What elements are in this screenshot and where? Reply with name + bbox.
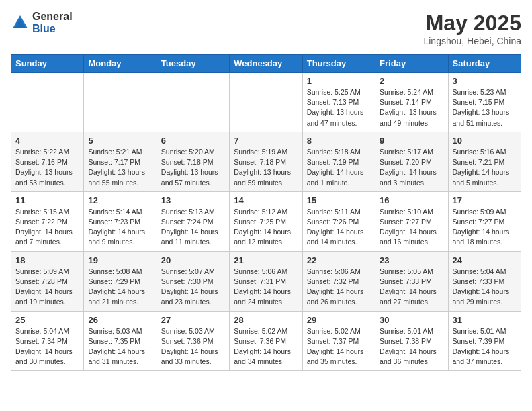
day-info: Sunrise: 5:20 AM Sunset: 7:18 PM Dayligh… (161, 147, 225, 188)
calendar-cell: 9Sunrise: 5:17 AM Sunset: 7:20 PM Daylig… (375, 132, 448, 191)
calendar-cell: 20Sunrise: 5:07 AM Sunset: 7:30 PM Dayli… (157, 251, 229, 311)
day-number: 13 (161, 195, 225, 205)
calendar-cell: 7Sunrise: 5:19 AM Sunset: 7:18 PM Daylig… (230, 132, 302, 191)
calendar-cell: 1Sunrise: 5:25 AM Sunset: 7:13 PM Daylig… (302, 73, 375, 132)
day-number: 25 (15, 315, 79, 325)
calendar-cell: 4Sunrise: 5:22 AM Sunset: 7:16 PM Daylig… (11, 132, 84, 191)
calendar-cell: 11Sunrise: 5:15 AM Sunset: 7:22 PM Dayli… (11, 191, 84, 251)
calendar-cell: 10Sunrise: 5:16 AM Sunset: 7:21 PM Dayli… (448, 132, 521, 191)
day-info: Sunrise: 5:19 AM Sunset: 7:18 PM Dayligh… (234, 147, 298, 188)
day-info: Sunrise: 5:09 AM Sunset: 7:28 PM Dayligh… (15, 267, 79, 308)
calendar-cell (84, 73, 157, 132)
day-info: Sunrise: 5:17 AM Sunset: 7:20 PM Dayligh… (380, 147, 443, 188)
calendar-cell: 2Sunrise: 5:24 AM Sunset: 7:14 PM Daylig… (375, 73, 448, 132)
calendar-cell: 5Sunrise: 5:21 AM Sunset: 7:17 PM Daylig… (84, 132, 157, 191)
day-info: Sunrise: 5:18 AM Sunset: 7:19 PM Dayligh… (307, 147, 371, 188)
day-info: Sunrise: 5:12 AM Sunset: 7:25 PM Dayligh… (234, 207, 298, 248)
logo-general-text: General (32, 11, 73, 23)
calendar-cell: 21Sunrise: 5:06 AM Sunset: 7:31 PM Dayli… (230, 251, 302, 311)
day-number: 16 (380, 195, 443, 205)
day-number: 26 (88, 315, 152, 325)
day-number: 8 (307, 136, 371, 146)
calendar-cell: 25Sunrise: 5:04 AM Sunset: 7:34 PM Dayli… (11, 311, 84, 371)
calendar-cell: 27Sunrise: 5:03 AM Sunset: 7:36 PM Dayli… (157, 311, 229, 371)
day-number: 27 (161, 315, 225, 325)
day-info: Sunrise: 5:21 AM Sunset: 7:17 PM Dayligh… (88, 147, 152, 188)
day-number: 31 (453, 315, 517, 325)
day-number: 20 (161, 255, 225, 265)
day-header-saturday: Saturday (448, 55, 521, 73)
day-number: 17 (453, 195, 517, 205)
day-number: 15 (307, 195, 371, 205)
calendar-cell: 30Sunrise: 5:01 AM Sunset: 7:38 PM Dayli… (375, 311, 448, 371)
day-header-monday: Monday (84, 55, 157, 73)
calendar-cell: 31Sunrise: 5:01 AM Sunset: 7:39 PM Dayli… (448, 311, 521, 371)
day-number: 1 (307, 76, 371, 86)
day-info: Sunrise: 5:10 AM Sunset: 7:27 PM Dayligh… (380, 207, 443, 248)
calendar-week-row: 25Sunrise: 5:04 AM Sunset: 7:34 PM Dayli… (11, 311, 521, 371)
day-number: 29 (307, 315, 371, 325)
location-text: Lingshou, Hebei, China (423, 36, 521, 46)
day-number: 14 (234, 195, 298, 205)
calendar-cell: 23Sunrise: 5:05 AM Sunset: 7:33 PM Dayli… (375, 251, 448, 311)
day-info: Sunrise: 5:03 AM Sunset: 7:35 PM Dayligh… (88, 326, 152, 367)
calendar-cell: 8Sunrise: 5:18 AM Sunset: 7:19 PM Daylig… (302, 132, 375, 191)
month-title: May 2025 (423, 11, 521, 36)
calendar-cell: 22Sunrise: 5:06 AM Sunset: 7:32 PM Dayli… (302, 251, 375, 311)
day-number: 21 (234, 255, 298, 265)
calendar-cell (230, 73, 302, 132)
day-number: 10 (453, 136, 517, 146)
day-info: Sunrise: 5:25 AM Sunset: 7:13 PM Dayligh… (307, 87, 371, 128)
logo-blue-text: Blue (32, 23, 73, 35)
calendar-week-row: 11Sunrise: 5:15 AM Sunset: 7:22 PM Dayli… (11, 191, 521, 251)
calendar-cell: 28Sunrise: 5:02 AM Sunset: 7:36 PM Dayli… (230, 311, 302, 371)
day-info: Sunrise: 5:22 AM Sunset: 7:16 PM Dayligh… (15, 147, 79, 188)
day-info: Sunrise: 5:06 AM Sunset: 7:31 PM Dayligh… (234, 267, 298, 308)
day-header-tuesday: Tuesday (157, 55, 229, 73)
calendar-cell: 18Sunrise: 5:09 AM Sunset: 7:28 PM Dayli… (11, 251, 84, 311)
page-header: General Blue May 2025 Lingshou, Hebei, C… (11, 11, 521, 46)
day-number: 11 (15, 195, 79, 205)
day-number: 19 (88, 255, 152, 265)
calendar-cell: 13Sunrise: 5:13 AM Sunset: 7:24 PM Dayli… (157, 191, 229, 251)
day-info: Sunrise: 5:04 AM Sunset: 7:33 PM Dayligh… (453, 267, 517, 308)
title-block: May 2025 Lingshou, Hebei, China (423, 11, 521, 46)
day-number: 28 (234, 315, 298, 325)
day-info: Sunrise: 5:23 AM Sunset: 7:15 PM Dayligh… (453, 87, 517, 128)
day-number: 23 (380, 255, 443, 265)
day-info: Sunrise: 5:01 AM Sunset: 7:38 PM Dayligh… (380, 326, 443, 367)
calendar-week-row: 4Sunrise: 5:22 AM Sunset: 7:16 PM Daylig… (11, 132, 521, 191)
calendar-header-row: SundayMondayTuesdayWednesdayThursdayFrid… (11, 55, 521, 73)
calendar-cell (11, 73, 84, 132)
day-info: Sunrise: 5:04 AM Sunset: 7:34 PM Dayligh… (15, 326, 79, 367)
calendar-cell: 14Sunrise: 5:12 AM Sunset: 7:25 PM Dayli… (230, 191, 302, 251)
day-header-sunday: Sunday (11, 55, 84, 73)
day-number: 30 (380, 315, 443, 325)
calendar-cell: 17Sunrise: 5:09 AM Sunset: 7:27 PM Dayli… (448, 191, 521, 251)
day-header-thursday: Thursday (302, 55, 375, 73)
day-info: Sunrise: 5:14 AM Sunset: 7:23 PM Dayligh… (88, 207, 152, 248)
calendar-cell: 12Sunrise: 5:14 AM Sunset: 7:23 PM Dayli… (84, 191, 157, 251)
calendar-week-row: 1Sunrise: 5:25 AM Sunset: 7:13 PM Daylig… (11, 73, 521, 132)
day-number: 22 (307, 255, 371, 265)
day-number: 4 (15, 136, 79, 146)
day-info: Sunrise: 5:01 AM Sunset: 7:39 PM Dayligh… (453, 326, 517, 367)
calendar-cell: 16Sunrise: 5:10 AM Sunset: 7:27 PM Dayli… (375, 191, 448, 251)
day-number: 12 (88, 195, 152, 205)
logo-text: General Blue (32, 11, 73, 34)
day-info: Sunrise: 5:08 AM Sunset: 7:29 PM Dayligh… (88, 267, 152, 308)
calendar-table: SundayMondayTuesdayWednesdayThursdayFrid… (11, 54, 521, 371)
day-info: Sunrise: 5:03 AM Sunset: 7:36 PM Dayligh… (161, 326, 225, 367)
day-number: 3 (453, 76, 517, 86)
calendar-cell (157, 73, 229, 132)
day-number: 9 (380, 136, 443, 146)
day-info: Sunrise: 5:24 AM Sunset: 7:14 PM Dayligh… (380, 87, 443, 128)
day-header-friday: Friday (375, 55, 448, 73)
calendar-cell: 6Sunrise: 5:20 AM Sunset: 7:18 PM Daylig… (157, 132, 229, 191)
calendar-week-row: 18Sunrise: 5:09 AM Sunset: 7:28 PM Dayli… (11, 251, 521, 311)
day-info: Sunrise: 5:05 AM Sunset: 7:33 PM Dayligh… (380, 267, 443, 308)
day-info: Sunrise: 5:02 AM Sunset: 7:36 PM Dayligh… (234, 326, 298, 367)
calendar-cell: 15Sunrise: 5:11 AM Sunset: 7:26 PM Dayli… (302, 191, 375, 251)
calendar-cell: 3Sunrise: 5:23 AM Sunset: 7:15 PM Daylig… (448, 73, 521, 132)
calendar-cell: 19Sunrise: 5:08 AM Sunset: 7:29 PM Dayli… (84, 251, 157, 311)
